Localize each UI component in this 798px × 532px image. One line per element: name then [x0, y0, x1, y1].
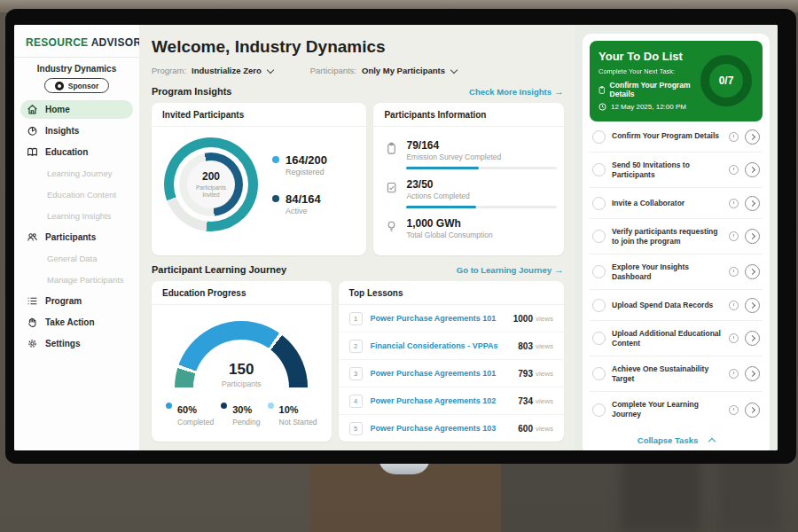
task-row[interactable]: Achieve One Sustainability Target	[590, 356, 763, 392]
invited-donut-chart: 200 Participants Invited	[164, 137, 258, 231]
sponsor-badge[interactable]: Sponsor	[44, 78, 109, 93]
task-info-icon	[729, 301, 739, 310]
lesson-row[interactable]: 5 Power Purchase Agreements 103 600 view…	[339, 415, 564, 442]
dashboard-screen: RESOURCE ADVISOR+ Industry Dynamics Spon…	[14, 25, 778, 450]
sidebar-item-learning-insights[interactable]: Learning Insights	[20, 207, 133, 225]
task-checkbox[interactable]	[592, 163, 606, 176]
task-open-button[interactable]	[745, 331, 760, 346]
task-row[interactable]: Verify participants requesting to join t…	[590, 219, 763, 254]
education-progress-card: Education Progress 150 Participants	[152, 281, 332, 442]
lesson-link[interactable]: Power Purchase Agreements 102	[371, 396, 519, 405]
lesson-link[interactable]: Power Purchase Agreements 103	[371, 424, 519, 433]
task-open-button[interactable]	[745, 196, 760, 211]
stat-actions-completed: 23/50 Actions Completed	[386, 178, 552, 208]
go-to-learning-journey-link[interactable]: Go to Learning Journey→	[457, 264, 564, 275]
task-row[interactable]: Explore Your Insights Dashboard	[590, 254, 763, 290]
task-open-button[interactable]	[745, 229, 760, 244]
lesson-row[interactable]: 4 Power Purchase Agreements 102 734 view…	[339, 387, 564, 415]
sidebar-item-participants[interactable]: Participants	[20, 228, 133, 246]
settings-icon	[27, 338, 38, 349]
task-info-icon	[729, 369, 739, 379]
task-info-icon	[729, 267, 739, 277]
education-icon	[27, 146, 38, 158]
task-row[interactable]: Upload Spend Data Records	[590, 290, 763, 321]
task-open-button[interactable]	[745, 298, 760, 313]
sidebar-item-home[interactable]: Home	[20, 100, 133, 119]
task-open-button[interactable]	[745, 129, 760, 145]
donut-center-label: Participants Invited	[192, 184, 231, 200]
clipboard-icon	[598, 85, 606, 95]
top-lessons-list: 1 Power Purchase Agreements 101 1000 vie…	[339, 305, 564, 442]
task-checkbox[interactable]	[592, 130, 606, 144]
chevron-down-icon	[266, 66, 273, 73]
legend-active: 84/164 Active	[272, 192, 327, 215]
task-row[interactable]: Complete Your Learning Journey	[590, 392, 763, 426]
lesson-row[interactable]: 1 Power Purchase Agreements 101 1000 vie…	[339, 305, 564, 332]
top-lessons-card: Top Lessons 1 Power Purchase Agreements …	[339, 281, 564, 442]
sidebar: RESOURCE ADVISOR+ Industry Dynamics Spon…	[14, 25, 139, 450]
todo-due-date: 12 May 2025, 12:00 PM	[611, 103, 686, 111]
task-row[interactable]: Confirm Your Program Details	[590, 121, 763, 153]
lesson-link[interactable]: Financial Considerations - VPPAs	[371, 341, 519, 350]
todo-header: Your To Do List Complete Your Next Task:…	[590, 41, 763, 121]
task-open-button[interactable]	[745, 403, 760, 418]
survey-icon	[386, 142, 397, 155]
legend-dot	[272, 156, 279, 163]
task-open-button[interactable]	[745, 264, 760, 279]
sidebar-item-learning-journey[interactable]: Learning Journey	[20, 164, 133, 183]
progress-track	[406, 167, 557, 169]
participants-icon	[27, 231, 38, 243]
lesson-link[interactable]: Power Purchase Agreements 101	[371, 369, 519, 378]
arrow-right-icon: →	[554, 264, 564, 275]
sidebar-item-manage-participants[interactable]: Manage Participants	[20, 270, 133, 289]
sidebar-item-education-content[interactable]: Education Content	[20, 185, 133, 204]
program-select[interactable]: Program: Industrialize Zero	[152, 66, 273, 75]
task-open-button[interactable]	[745, 162, 760, 177]
gauge-center-value: 150	[175, 361, 308, 379]
card-title: Participants Information	[373, 103, 564, 127]
sidebar-item-insights[interactable]: Insights	[20, 121, 133, 140]
gauge-legend: 60% Completed 30% Pending 10% Not Starte…	[160, 392, 323, 435]
sidebar-item-take-action[interactable]: Take Action	[20, 313, 133, 332]
task-checkbox[interactable]	[592, 265, 606, 278]
home-icon	[27, 104, 38, 115]
sidebar-item-program[interactable]: Program	[20, 292, 133, 310]
task-info-icon	[729, 132, 739, 142]
task-checkbox[interactable]	[592, 197, 606, 210]
lesson-link[interactable]: Power Purchase Agreements 101	[371, 314, 513, 323]
task-checkbox[interactable]	[592, 332, 606, 345]
task-checkbox[interactable]	[592, 299, 606, 312]
lesson-row[interactable]: 2 Financial Considerations - VPPAs 803 v…	[339, 332, 564, 360]
sidebar-item-settings[interactable]: Settings	[20, 334, 133, 353]
clock-icon	[598, 103, 606, 111]
task-checkbox[interactable]	[592, 367, 606, 380]
page-title: Welcome, Industry Dynamics	[152, 37, 564, 57]
task-checkbox[interactable]	[592, 230, 606, 243]
sidebar-nav: Home Insights Education Learning Journey…	[14, 100, 139, 353]
donut-legend: 164/200 Registered 84/164 Active	[272, 153, 327, 215]
task-row[interactable]: Upload Additional Educational Content	[590, 321, 763, 356]
sidebar-item-education[interactable]: Education	[20, 143, 133, 161]
lesson-row[interactable]: 3 Power Purchase Agreements 101 793 view…	[339, 360, 564, 387]
insights-icon	[27, 125, 38, 137]
progress-fill	[406, 167, 479, 169]
chevron-down-icon	[450, 66, 458, 73]
legend-dot	[166, 403, 172, 409]
app-logo: RESOURCE ADVISOR+	[14, 33, 139, 49]
collapse-tasks-link[interactable]: Collapse Tasks	[590, 427, 763, 450]
todo-subtitle: Complete Your Next Task:	[598, 67, 700, 75]
check-more-insights-link[interactable]: Check More Insights→	[469, 86, 564, 97]
main-content: Welcome, Industry Dynamics Program: Indu…	[139, 25, 575, 450]
card-title: Invited Participants	[152, 103, 366, 127]
todo-title: Your To Do List	[598, 50, 700, 63]
card-title: Top Lessons	[339, 281, 564, 305]
task-row[interactable]: Send 50 Invitations to Participants	[590, 153, 763, 188]
task-checkbox[interactable]	[592, 403, 606, 417]
participants-select[interactable]: Participants: Only My Participants	[310, 66, 457, 75]
legend-pending: 30% Pending	[221, 401, 260, 426]
sidebar-item-general-data[interactable]: General Data	[20, 249, 133, 268]
program-insights-title: Program Insights	[152, 86, 231, 97]
todo-card: Your To Do List Complete Your Next Task:…	[583, 34, 770, 450]
task-row[interactable]: Invite a Collaborator	[590, 188, 763, 219]
task-open-button[interactable]	[745, 366, 760, 381]
